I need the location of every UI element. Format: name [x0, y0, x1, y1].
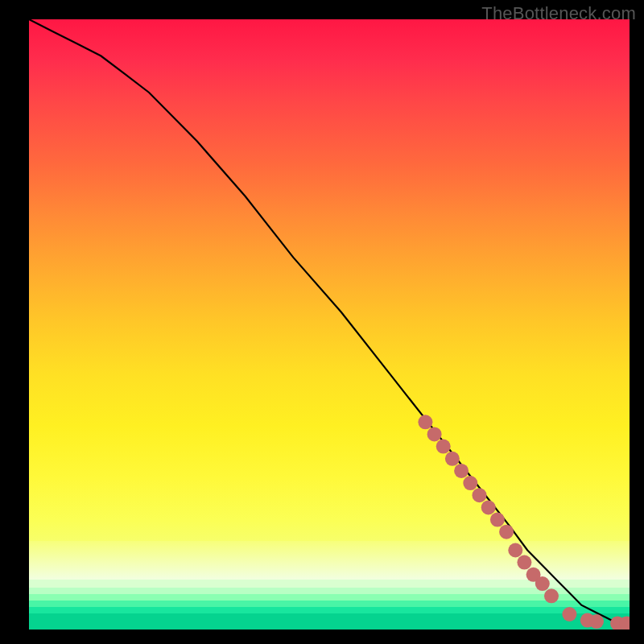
marker-dot: [562, 607, 576, 621]
curve-markers: [418, 415, 630, 630]
marker-dot: [490, 513, 505, 527]
chart-frame: TheBottleneck.com: [0, 0, 644, 644]
plot-area: [29, 19, 630, 630]
marker-dot: [481, 500, 496, 514]
marker-dot: [463, 476, 477, 490]
marker-dot: [517, 555, 531, 570]
marker-dot: [454, 464, 469, 478]
bottleneck-curve: [29, 19, 630, 630]
marker-dot: [508, 543, 522, 558]
watermark-text: TheBottleneck.com: [481, 3, 636, 24]
marker-dot: [445, 452, 460, 466]
marker-dot: [589, 614, 604, 629]
marker-dot: [427, 427, 442, 441]
chart-svg: [29, 19, 630, 630]
marker-dot: [544, 588, 559, 603]
marker-dot: [535, 576, 550, 591]
marker-dot: [499, 525, 514, 539]
marker-dot: [436, 440, 451, 454]
marker-dot: [473, 488, 487, 502]
marker-dot: [418, 415, 432, 429]
